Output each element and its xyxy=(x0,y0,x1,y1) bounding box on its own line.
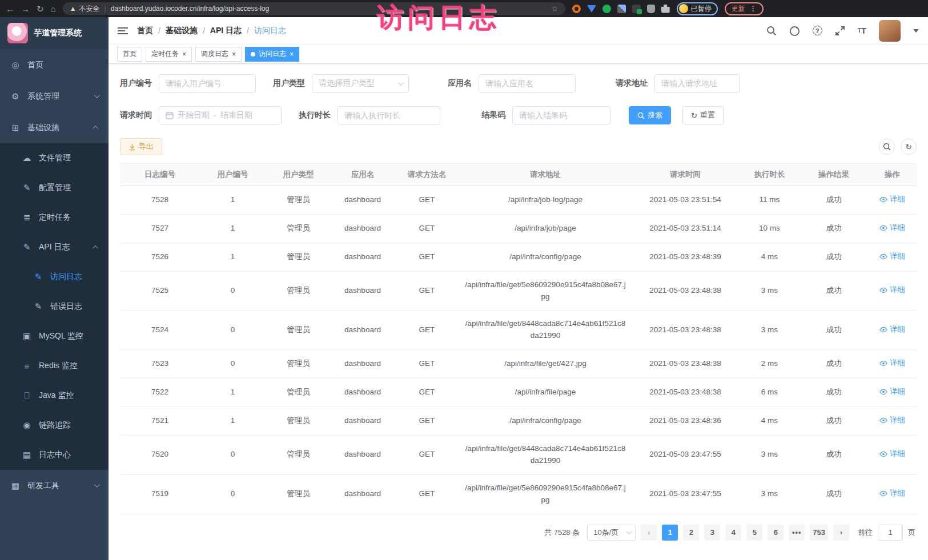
sidebar-logo[interactable]: 芋道管理系统 xyxy=(0,17,109,49)
bookmark-star-icon[interactable]: ☆ xyxy=(551,4,559,13)
table-row: 7519 0 管理员 dashboard GET /api/infra/file… xyxy=(120,474,917,514)
not-secure-warning[interactable]: ▲ 不安全 xyxy=(70,4,100,14)
reset-button[interactable]: ↻ 重置 xyxy=(682,106,724,124)
sidebar-item-access-log[interactable]: ✎ 访问日志 xyxy=(0,262,109,292)
tab-job-log[interactable]: 调度日志 × xyxy=(195,47,242,62)
refresh-table-button[interactable]: ↻ xyxy=(901,139,917,155)
sidebar-item-scheduled-jobs[interactable]: ≣ 定时任务 xyxy=(0,203,109,232)
detail-link[interactable]: 详细 xyxy=(879,324,905,336)
user-type-select[interactable]: 请选择用户类型 xyxy=(312,74,409,92)
cell-user-id: 0 xyxy=(200,435,266,474)
request-time-range-picker[interactable]: 开始日期 - 结束日期 xyxy=(159,106,282,124)
font-size-icon[interactable]: TT xyxy=(858,26,866,35)
sidebar-item-infrastructure[interactable]: ⊞ 基础设施 xyxy=(0,112,109,143)
close-icon[interactable]: × xyxy=(232,51,236,58)
extensions-puzzle-icon[interactable] xyxy=(661,5,670,13)
extension-icon[interactable] xyxy=(632,5,641,13)
detail-link[interactable]: 详细 xyxy=(879,386,905,398)
detail-link[interactable]: 详细 xyxy=(879,488,905,499)
page-size-select[interactable]: 10条/页 xyxy=(587,525,636,541)
detail-link[interactable]: 详细 xyxy=(879,284,905,296)
sidebar-item-error-log[interactable]: ✎ 错误日志 xyxy=(0,292,109,321)
last-page-button[interactable]: 753 xyxy=(810,525,828,541)
browser-update-button[interactable]: 更新 ⋮ xyxy=(725,2,764,15)
search-icon[interactable] xyxy=(766,26,777,36)
request-url-input[interactable] xyxy=(654,74,740,92)
user-menu-caret-icon[interactable] xyxy=(913,29,919,33)
close-icon[interactable]: × xyxy=(290,51,294,58)
tab-scheduled-jobs[interactable]: 定时任务 × xyxy=(146,47,192,62)
browser-home-icon[interactable]: ⌂ xyxy=(51,5,56,13)
tab-access-log[interactable]: 访问日志 × xyxy=(245,47,299,62)
extension-icon[interactable] xyxy=(647,5,655,13)
detail-link[interactable]: 详细 xyxy=(879,448,905,460)
cell-app-name: dashboard xyxy=(331,311,394,350)
user-avatar[interactable] xyxy=(879,20,901,42)
goto-page-input[interactable] xyxy=(878,525,903,541)
detail-link[interactable]: 详细 xyxy=(879,251,905,263)
fullscreen-icon[interactable] xyxy=(835,26,845,36)
sidebar-item-config-management[interactable]: ✎ 配置管理 xyxy=(0,173,109,203)
browser-menu-icon[interactable]: ⋮ xyxy=(750,5,757,13)
sidebar-item-api-log[interactable]: ✎ API 日志 xyxy=(0,232,109,262)
sidebar-item-home[interactable]: ◎ 首页 xyxy=(0,49,109,80)
sidebar-item-java-monitor[interactable]: ⎕ Java 监控 xyxy=(0,381,109,410)
page-button-1[interactable]: 1 xyxy=(662,525,678,541)
search-button[interactable]: 搜索 xyxy=(629,106,671,124)
browser-forward-icon[interactable]: → xyxy=(21,5,30,13)
sidebar-item-redis-monitor[interactable]: ≡ Redis 监控 xyxy=(0,351,109,381)
browser-back-icon[interactable]: ← xyxy=(6,5,14,13)
breadcrumb-api-log[interactable]: API 日志 xyxy=(210,26,242,36)
prev-page-button[interactable]: ‹ xyxy=(641,525,657,541)
request-url-label: 请求地址 xyxy=(616,78,648,88)
app-name-input[interactable] xyxy=(479,74,576,92)
extension-icon[interactable] xyxy=(572,5,581,13)
breadcrumb-infrastructure[interactable]: 基础设施 xyxy=(166,26,198,36)
cell-request-time: 2021-05-03 23:47:55 xyxy=(631,474,740,514)
detail-link[interactable]: 详细 xyxy=(879,222,905,234)
sidebar-item-system-management[interactable]: ⚙ 系统管理 xyxy=(0,80,109,112)
extension-icon[interactable] xyxy=(587,5,596,13)
browser-reload-icon[interactable]: ↻ xyxy=(37,5,44,13)
cell-app-name: dashboard xyxy=(331,378,394,407)
sidebar-item-mysql-monitor[interactable]: ▣ MySQL 监控 xyxy=(0,321,109,351)
page-button-4[interactable]: 4 xyxy=(725,525,741,541)
sidebar-item-dev-tools[interactable]: ▦ 研发工具 xyxy=(0,470,109,501)
cell-app-name: dashboard xyxy=(331,474,394,514)
export-button[interactable]: 导出 xyxy=(120,138,162,155)
cell-method: GET xyxy=(394,474,460,514)
more-pages-button[interactable]: ••• xyxy=(789,525,805,541)
cell-user-type: 管理员 xyxy=(266,186,331,215)
duration-input[interactable] xyxy=(338,106,440,124)
page-button-2[interactable]: 2 xyxy=(683,525,699,541)
detail-link[interactable]: 详细 xyxy=(879,357,905,369)
close-icon[interactable]: × xyxy=(182,51,186,58)
address-bar[interactable]: ▲ 不安全 | dashboard.yudao.iocoder.cn/infra… xyxy=(63,2,565,15)
page-button-6[interactable]: 6 xyxy=(768,525,784,541)
eye-icon xyxy=(879,417,887,424)
detail-link[interactable]: 详细 xyxy=(879,414,905,426)
hamburger-icon[interactable] xyxy=(118,27,128,34)
page-button-3[interactable]: 3 xyxy=(704,525,720,541)
sidebar-item-file-management[interactable]: ☁ 文件管理 xyxy=(0,143,109,173)
extension-icon[interactable] xyxy=(617,5,626,13)
next-page-button[interactable]: › xyxy=(833,525,849,541)
tab-home[interactable]: 首页 xyxy=(117,47,142,62)
extension-icon[interactable] xyxy=(602,5,611,13)
user-id-input[interactable] xyxy=(159,74,256,92)
result-code-input[interactable] xyxy=(512,106,610,124)
profile-paused-badge[interactable]: 已暂停 xyxy=(677,2,718,15)
sidebar-item-trace[interactable]: ◉ 链路追踪 xyxy=(0,410,109,440)
detail-link[interactable]: 详细 xyxy=(879,194,905,206)
cell-request-time: 2021-05-03 23:48:38 xyxy=(631,378,740,407)
breadcrumb-home[interactable]: 首页 xyxy=(137,26,153,36)
cell-user-type: 管理员 xyxy=(266,271,331,311)
toggle-search-button[interactable] xyxy=(879,139,895,155)
github-icon[interactable] xyxy=(789,25,800,36)
chevron-down-icon xyxy=(94,92,100,98)
help-icon[interactable]: ? xyxy=(813,26,822,35)
sidebar-item-log-center[interactable]: ▤ 日志中心 xyxy=(0,440,109,470)
page-button-5[interactable]: 5 xyxy=(746,525,762,541)
chevron-down-icon xyxy=(626,529,632,534)
duration-label: 执行时长 xyxy=(299,110,331,120)
